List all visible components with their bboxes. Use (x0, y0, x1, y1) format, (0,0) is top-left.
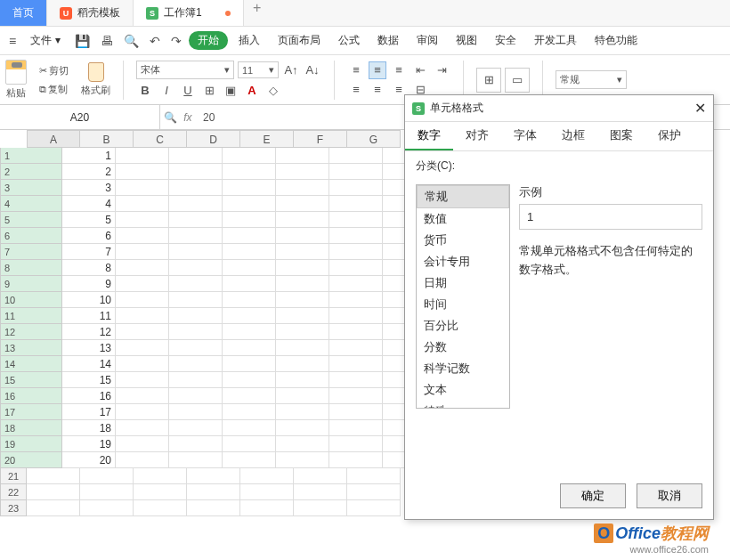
cell[interactable] (116, 260, 169, 276)
cell[interactable] (276, 420, 329, 436)
cell[interactable] (116, 148, 169, 164)
cell[interactable] (27, 500, 80, 516)
cell[interactable] (116, 452, 169, 468)
cell[interactable] (169, 292, 223, 308)
cell[interactable] (169, 324, 223, 340)
cell[interactable] (276, 308, 329, 324)
tab-home[interactable]: 首页 (0, 0, 47, 26)
paste-icon[interactable] (5, 60, 27, 85)
cell[interactable] (134, 468, 187, 484)
cell[interactable] (169, 372, 223, 388)
menu-icon[interactable]: ≡ (5, 32, 20, 50)
cell[interactable] (116, 164, 169, 180)
cell[interactable]: 13 (62, 340, 116, 356)
cell[interactable] (223, 452, 276, 468)
cell[interactable] (276, 196, 329, 212)
cell[interactable]: 1 (62, 148, 116, 164)
dialog-tab[interactable]: 数字 (405, 122, 453, 150)
menu-dev[interactable]: 开发工具 (527, 29, 584, 52)
undo-icon[interactable]: ↶ (146, 32, 164, 50)
cell[interactable] (169, 148, 223, 164)
cell[interactable] (223, 228, 276, 244)
cell[interactable] (276, 356, 329, 372)
category-item[interactable]: 常规 (417, 185, 509, 208)
highlight-icon[interactable]: ◇ (264, 81, 282, 99)
font-select[interactable]: 宋体▾ (136, 61, 234, 79)
cell[interactable] (27, 484, 80, 500)
cell[interactable] (116, 372, 169, 388)
cell[interactable] (169, 212, 223, 228)
cell[interactable] (116, 388, 169, 404)
decrease-font-icon[interactable]: A↓ (304, 61, 321, 79)
category-item[interactable]: 特殊 (417, 401, 509, 409)
cell[interactable] (276, 180, 329, 196)
cell[interactable] (276, 212, 329, 228)
cell[interactable] (116, 212, 169, 228)
cell[interactable] (276, 228, 329, 244)
cell[interactable]: 5 (62, 212, 116, 228)
cell[interactable] (116, 356, 169, 372)
cell[interactable] (329, 372, 383, 388)
cell[interactable] (276, 452, 329, 468)
row-header[interactable]: 7 (0, 244, 62, 260)
cell[interactable] (169, 276, 223, 292)
font-color-icon[interactable]: A (243, 81, 261, 99)
cell[interactable]: 14 (62, 356, 116, 372)
cell[interactable] (27, 468, 80, 484)
align-middle-icon[interactable]: ≡ (369, 61, 386, 79)
save-icon[interactable]: 💾 (71, 32, 93, 50)
category-item[interactable]: 分数 (417, 337, 509, 358)
cell[interactable] (116, 276, 169, 292)
row-header[interactable]: 11 (0, 308, 62, 324)
indent-dec-icon[interactable]: ⇤ (411, 61, 429, 79)
copy-button[interactable]: ⧉ 复制 (36, 81, 72, 98)
cell[interactable] (329, 164, 383, 180)
row-header[interactable]: 8 (0, 260, 62, 276)
row-header[interactable]: 14 (0, 356, 62, 372)
row-header[interactable]: 2 (0, 164, 62, 180)
cell[interactable]: 8 (62, 260, 116, 276)
redo-icon[interactable]: ↷ (167, 32, 185, 50)
cell[interactable]: 20 (62, 452, 116, 468)
cell[interactable] (223, 180, 276, 196)
indent-inc-icon[interactable]: ⇥ (433, 61, 450, 79)
cell[interactable] (116, 340, 169, 356)
row-header[interactable]: 10 (0, 292, 62, 308)
cell[interactable] (223, 292, 276, 308)
cell[interactable]: 15 (62, 372, 116, 388)
cell[interactable] (169, 388, 223, 404)
cell[interactable] (187, 484, 240, 500)
cell[interactable] (276, 148, 329, 164)
cell[interactable]: 9 (62, 276, 116, 292)
cell[interactable] (276, 372, 329, 388)
cell[interactable] (223, 436, 276, 452)
row-header[interactable]: 1 (0, 148, 62, 164)
dialog-tab[interactable]: 字体 (501, 122, 549, 150)
row-header[interactable]: 9 (0, 276, 62, 292)
cell[interactable]: 18 (62, 420, 116, 436)
menu-special[interactable]: 特色功能 (588, 29, 645, 52)
number-format-select[interactable]: 常规▾ (556, 70, 627, 89)
cell[interactable] (329, 212, 383, 228)
menu-file[interactable]: 文件 ▾ (23, 29, 67, 52)
cell[interactable] (223, 356, 276, 372)
cell[interactable] (116, 228, 169, 244)
cell[interactable] (223, 196, 276, 212)
cell[interactable] (116, 292, 169, 308)
cell[interactable] (169, 404, 223, 420)
cell[interactable] (329, 148, 383, 164)
align-left-icon[interactable]: ≡ (347, 81, 365, 99)
cell[interactable] (294, 500, 347, 516)
row-header[interactable]: 4 (0, 196, 62, 212)
cell[interactable] (276, 244, 329, 260)
cell[interactable] (223, 420, 276, 436)
category-item[interactable]: 会计专用 (417, 251, 509, 272)
menu-formula[interactable]: 公式 (331, 29, 367, 52)
cell[interactable] (276, 436, 329, 452)
cell[interactable] (223, 340, 276, 356)
row-header[interactable]: 19 (0, 436, 62, 452)
cell[interactable] (223, 212, 276, 228)
cell[interactable] (80, 500, 134, 516)
cell[interactable] (223, 260, 276, 276)
cell[interactable] (169, 356, 223, 372)
